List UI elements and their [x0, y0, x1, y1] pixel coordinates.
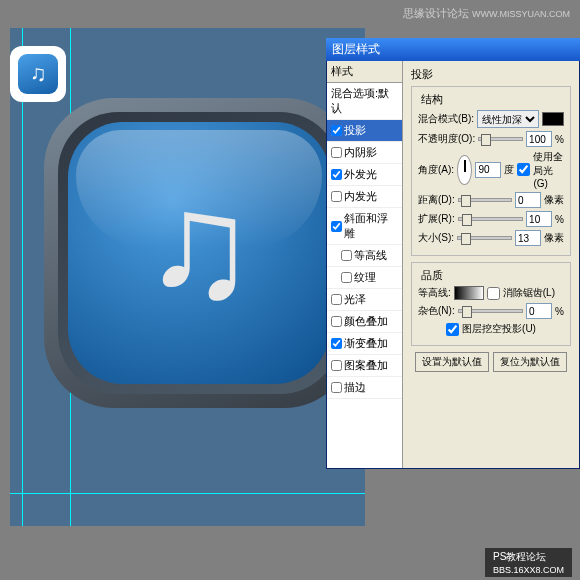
color-swatch[interactable]	[542, 112, 564, 126]
quality-group: 品质	[418, 268, 446, 283]
style-label: 描边	[344, 380, 366, 395]
style-item[interactable]: 纹理	[327, 267, 402, 289]
size-slider[interactable]	[457, 236, 512, 240]
style-label: 投影	[344, 123, 366, 138]
style-checkbox[interactable]	[341, 250, 352, 261]
reset-default-button[interactable]: 复位为默认值	[493, 352, 567, 372]
style-item[interactable]: 等高线	[327, 245, 402, 267]
guide-horizontal	[10, 493, 365, 494]
noise-label: 杂色(N):	[418, 304, 455, 318]
dialog-title: 图层样式	[332, 41, 380, 58]
style-item[interactable]: 描边	[327, 377, 402, 399]
style-checkbox[interactable]	[331, 360, 342, 371]
set-default-button[interactable]: 设置为默认值	[415, 352, 489, 372]
style-label: 内发光	[344, 189, 377, 204]
spread-label: 扩展(R):	[418, 212, 455, 226]
style-checkbox[interactable]	[331, 169, 342, 180]
style-item[interactable]: 颜色叠加	[327, 311, 402, 333]
style-checkbox[interactable]	[331, 221, 342, 232]
knockout-checkbox[interactable]	[446, 323, 459, 336]
size-label: 大小(S):	[418, 231, 454, 245]
style-label: 渐变叠加	[344, 336, 388, 351]
global-light-checkbox[interactable]	[517, 163, 530, 176]
guide-vertical	[22, 28, 23, 526]
opacity-input[interactable]	[526, 131, 552, 147]
watermark-top: 思缘设计论坛 WWW.MISSYUAN.COM	[403, 6, 570, 21]
opacity-label: 不透明度(O):	[418, 132, 475, 146]
style-label: 等高线	[354, 248, 387, 263]
spread-input[interactable]	[526, 211, 552, 227]
style-checkbox[interactable]	[341, 272, 352, 283]
distance-label: 距离(D):	[418, 193, 455, 207]
style-label: 斜面和浮雕	[344, 211, 398, 241]
section-title: 投影	[411, 67, 571, 82]
style-label: 外发光	[344, 167, 377, 182]
layer-style-dialog: 样式 混合选项:默认 投影内阴影外发光内发光斜面和浮雕等高线纹理光泽颜色叠加渐变…	[326, 61, 580, 469]
antialias-checkbox[interactable]	[487, 287, 500, 300]
angle-dial[interactable]	[457, 155, 472, 185]
noise-slider[interactable]	[458, 309, 523, 313]
blend-mode-select[interactable]: 线性加深	[477, 110, 539, 128]
noise-input[interactable]	[526, 303, 552, 319]
style-label: 颜色叠加	[344, 314, 388, 329]
opacity-slider[interactable]	[478, 137, 523, 141]
styles-header: 样式	[327, 61, 402, 83]
style-item[interactable]: 斜面和浮雕	[327, 208, 402, 245]
canvas: ♫ ♫	[10, 28, 365, 526]
angle-input[interactable]	[475, 162, 501, 178]
blend-mode-label: 混合模式(B):	[418, 112, 474, 126]
style-checkbox[interactable]	[331, 191, 342, 202]
distance-input[interactable]	[515, 192, 541, 208]
style-item[interactable]: 内阴影	[327, 142, 402, 164]
settings-panel: 投影 结构 混合模式(B): 线性加深 不透明度(O): % 角度(A):	[403, 61, 579, 468]
contour-swatch[interactable]	[454, 286, 484, 300]
style-checkbox[interactable]	[331, 147, 342, 158]
style-label: 光泽	[344, 292, 366, 307]
styles-list: 样式 混合选项:默认 投影内阴影外发光内发光斜面和浮雕等高线纹理光泽颜色叠加渐变…	[327, 61, 403, 468]
style-item[interactable]: 外发光	[327, 164, 402, 186]
style-label: 图案叠加	[344, 358, 388, 373]
style-item[interactable]: 内发光	[327, 186, 402, 208]
style-checkbox[interactable]	[331, 382, 342, 393]
style-checkbox[interactable]	[331, 125, 342, 136]
style-label: 纹理	[354, 270, 376, 285]
structure-group: 结构	[418, 92, 446, 107]
style-item[interactable]: 渐变叠加	[327, 333, 402, 355]
blend-options-item[interactable]: 混合选项:默认	[327, 83, 402, 120]
distance-slider[interactable]	[458, 198, 512, 202]
spread-slider[interactable]	[458, 217, 523, 221]
thumbnail-icon: ♫	[10, 46, 66, 102]
angle-label: 角度(A):	[418, 163, 454, 177]
style-item[interactable]: 光泽	[327, 289, 402, 311]
style-item[interactable]: 图案叠加	[327, 355, 402, 377]
music-note-icon: ♫	[143, 170, 256, 320]
style-label: 内阴影	[344, 145, 377, 160]
dialog-titlebar[interactable]: 图层样式	[326, 38, 580, 61]
style-checkbox[interactable]	[331, 338, 342, 349]
style-checkbox[interactable]	[331, 294, 342, 305]
watermark-bottom: PS教程论坛 BBS.16XX8.COM	[485, 548, 572, 577]
size-input[interactable]	[515, 230, 541, 246]
itunes-icon: ♫	[44, 98, 354, 408]
contour-label: 等高线:	[418, 286, 451, 300]
style-checkbox[interactable]	[331, 316, 342, 327]
style-item[interactable]: 投影	[327, 120, 402, 142]
